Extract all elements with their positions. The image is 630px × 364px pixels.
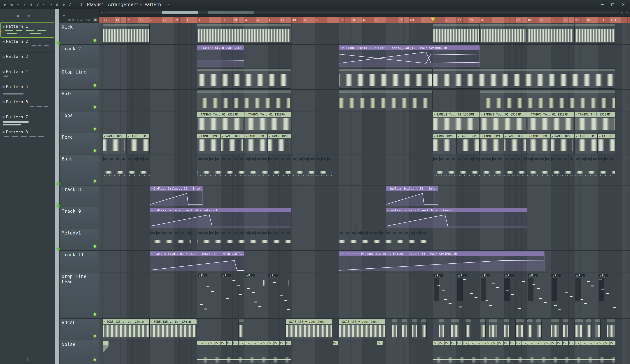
track-header-track-2[interactable]: Track 2··· (60, 45, 99, 68)
pattern-clip[interactable]: ▤P.. (197, 273, 220, 318)
horizontal-scrollbar[interactable]: ◀ ▶ ▶ (99, 9, 630, 16)
audio-clip[interactable] (574, 24, 615, 44)
pattern-panel-scrollbar[interactable] (55, 9, 59, 364)
pattern-clip[interactable]: ▤P.. (598, 273, 621, 318)
track-mute-led[interactable] (94, 106, 96, 108)
tool-knob-icon[interactable]: ◉ (9, 2, 15, 7)
automation-clip[interactable]: ≈Platone Studio DJ Filter - TAMBV3_Clap_… (338, 45, 480, 67)
pattern-block[interactable] (439, 157, 444, 161)
track-mute-led[interactable] (94, 39, 96, 42)
lane-kick[interactable] (99, 23, 630, 45)
pattern-block[interactable] (286, 157, 291, 161)
note-strip[interactable] (150, 240, 191, 243)
audio-clip[interactable]: ▸TAMB..BPM (103, 134, 126, 154)
pattern-block[interactable] (109, 157, 114, 161)
pattern-block[interactable] (239, 157, 244, 161)
track-header-hats[interactable]: Hats··· (60, 90, 99, 112)
pattern-block[interactable] (204, 231, 208, 235)
maximize-button[interactable]: □ (610, 2, 616, 7)
audio-clip[interactable]: ▸TAMB..BPM (456, 134, 480, 154)
pattern-block[interactable] (256, 157, 262, 161)
track-mute-led[interactable] (94, 313, 96, 316)
add-pattern-button[interactable]: + (26, 356, 29, 362)
pattern-block[interactable] (103, 157, 108, 161)
pattern-block[interactable] (587, 157, 592, 161)
tool-mute-icon[interactable]: ♪ (35, 2, 41, 7)
audio-clip[interactable]: ▸TAMBV2_To.._01_132BPM (244, 112, 291, 132)
audio-clip[interactable] (536, 319, 542, 339)
note-strip[interactable] (197, 240, 291, 243)
pattern-block[interactable] (492, 157, 497, 161)
pattern-block[interactable] (210, 157, 214, 161)
lane-drop-line-lead[interactable]: ▤P..▤P..▤P..▤P..▤P..▤P..▤P..▤P..▤P..▤P..… (99, 272, 630, 319)
pattern-block[interactable] (221, 157, 226, 161)
track-header-drop-line-lead[interactable]: Drop Line Lead··· (60, 272, 99, 319)
pattern-block[interactable] (345, 231, 350, 235)
pattern-block[interactable] (233, 157, 238, 161)
audio-clip[interactable] (338, 68, 432, 88)
pattern-block[interactable] (504, 157, 509, 161)
track-mute-led[interactable] (94, 128, 96, 130)
pattern-block[interactable] (268, 157, 273, 161)
audio-clip[interactable]: ▸TAMBV2_To.._01_132BPM (480, 112, 527, 132)
pattern-item-7[interactable]: ▤Pattern 7 (0, 113, 54, 128)
pattern-block[interactable] (268, 231, 273, 235)
note-strip[interactable] (433, 171, 615, 174)
audio-clip[interactable] (480, 319, 486, 339)
audio-clip[interactable] (516, 319, 524, 339)
automation-clip[interactable]: ≈Endless Smile..t 18 - Intensit (386, 186, 438, 206)
mode-label-note[interactable]: NOTE (68, 19, 75, 22)
automation-clip[interactable]: ≈Endless Smile - Insert 34 - Intensit (150, 208, 291, 228)
pattern-block[interactable] (156, 231, 161, 235)
h-scrollbar-thumb[interactable] (162, 11, 198, 14)
audio-clip[interactable] (433, 68, 615, 88)
pattern-block[interactable] (256, 231, 262, 235)
pattern-block[interactable] (422, 231, 426, 235)
picker-flow-icon[interactable]: ◆ (16, 13, 20, 18)
audio-clip[interactable]: ▸TAMB..BPM (244, 134, 268, 154)
pattern-block[interactable] (528, 157, 532, 161)
pattern-block[interactable] (351, 231, 356, 235)
lane-perc[interactable]: ▸TAMB..BPM▸TAMB..BPM▸TAMB..BPM▸TAMB..BPM… (99, 133, 630, 155)
pattern-block[interactable] (327, 157, 332, 161)
pattern-block[interactable] (457, 157, 462, 161)
pattern-block[interactable] (144, 157, 150, 161)
pattern-block[interactable] (322, 157, 326, 161)
pattern-block[interactable] (416, 231, 420, 235)
breadcrumb-item[interactable]: Playlist - Arrangement (87, 2, 138, 7)
pattern-block[interactable] (480, 157, 486, 161)
pattern-block[interactable] (127, 157, 132, 161)
track-mute-led[interactable] (94, 180, 96, 182)
track-lock-icon[interactable] (56, 248, 60, 250)
audio-clip[interactable] (433, 24, 480, 44)
pattern-clip[interactable]: ▤P.. (433, 273, 456, 318)
audio-clip[interactable]: ▸TAMB..BPM (574, 134, 598, 154)
track-header-track-8[interactable]: Track 8··· (60, 186, 99, 207)
pattern-block[interactable] (251, 157, 256, 161)
pattern-block[interactable] (410, 231, 415, 235)
pattern-block[interactable] (150, 231, 155, 235)
tool-slip-icon[interactable]: ↔ (41, 2, 47, 7)
audio-clip[interactable]: ▸TAMB..BPM (480, 134, 503, 154)
pattern-clip[interactable]: ▤P.. (574, 273, 598, 318)
add-track-button[interactable]: + (62, 13, 66, 18)
pattern-block[interactable] (510, 157, 515, 161)
pattern-block[interactable] (139, 157, 144, 161)
track-header-melody1[interactable]: Melody1··· (60, 229, 99, 251)
pattern-block[interactable] (227, 157, 232, 161)
audio-clip[interactable] (465, 319, 471, 339)
audio-clip[interactable] (238, 319, 244, 339)
pattern-clip[interactable]: ▤P.. (456, 273, 480, 318)
track-lock-icon[interactable] (56, 42, 60, 44)
pattern-clip[interactable]: ▤P.. (268, 273, 291, 318)
pattern-block[interactable] (546, 157, 550, 161)
audio-clip[interactable] (480, 90, 615, 110)
track-header-noise[interactable]: Noise··· (60, 340, 99, 364)
audio-clip[interactable]: ▸TAMB..BPM (504, 134, 527, 154)
automation-clip[interactable]: ≈Endless Smile..t 18 - Intensit (150, 186, 203, 206)
audio-clip[interactable] (489, 319, 497, 339)
tool-zoom-icon[interactable]: ⊕ (60, 2, 67, 7)
pattern-block[interactable] (298, 157, 303, 161)
pattern-block[interactable] (198, 157, 202, 161)
pattern-block[interactable] (557, 157, 562, 161)
